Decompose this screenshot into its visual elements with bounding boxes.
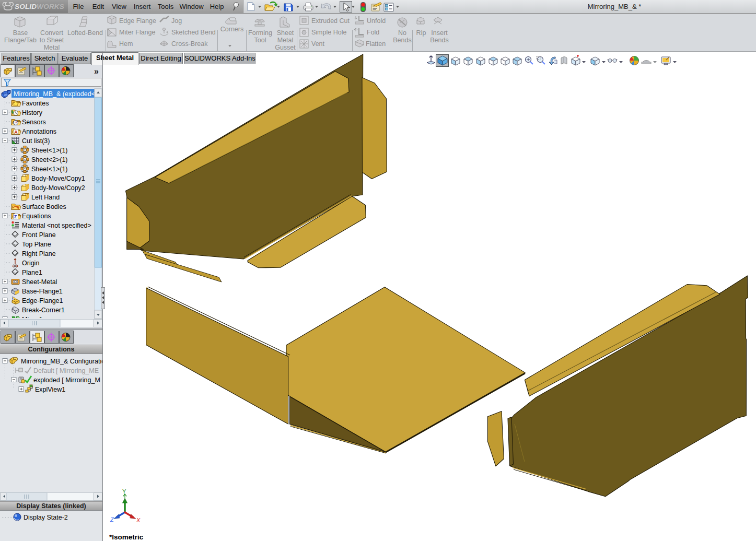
svg-text:Favorites: Favorites <box>22 100 49 107</box>
svg-text:Front Plane: Front Plane <box>22 231 56 239</box>
svg-text:Body-Move/Copy2: Body-Move/Copy2 <box>31 184 85 192</box>
svg-text:Configurations: Configurations <box>28 346 75 353</box>
svg-text:*Isometric: *Isometric <box>109 533 144 541</box>
svg-text:Origin: Origin <box>22 260 39 267</box>
svg-text:Mirroring_MB_& (exploded<D: Mirroring_MB_& (exploded<D <box>14 90 100 98</box>
svg-text:Z: Z <box>110 516 114 523</box>
svg-text:Equations: Equations <box>22 213 51 220</box>
svg-text:Plane1: Plane1 <box>22 269 42 276</box>
svg-text:Sheet<2>(1): Sheet<2>(1) <box>31 156 68 163</box>
svg-text:exploded [ Mirroring_M: exploded [ Mirroring_M <box>33 377 100 384</box>
svg-text:Default [ Mirroring_ME: Default [ Mirroring_ME <box>33 367 99 374</box>
svg-text:Y: Y <box>122 488 126 495</box>
svg-text:Sensors: Sensors <box>22 119 46 126</box>
svg-text:Sheet<1>(1): Sheet<1>(1) <box>31 166 68 173</box>
svg-text:Body-Move/Copy1: Body-Move/Copy1 <box>31 175 85 182</box>
svg-text:A: A <box>14 130 18 135</box>
svg-text:Display States (linked): Display States (linked) <box>16 502 86 510</box>
svg-text:Left Hand: Left Hand <box>31 194 60 201</box>
svg-text:ExplView1: ExplView1 <box>35 386 65 393</box>
svg-text:Cut list(3): Cut list(3) <box>22 137 50 145</box>
svg-text:History: History <box>22 109 43 116</box>
svg-text:Material <not specified>: Material <not specified> <box>22 222 91 229</box>
svg-text:Sheet<1>(1): Sheet<1>(1) <box>31 147 68 154</box>
svg-text:X: X <box>136 517 141 523</box>
svg-text:Annotations: Annotations <box>22 128 56 135</box>
svg-text:Top Plane: Top Plane <box>22 241 51 248</box>
svg-text:SOLIDWORKS: SOLIDWORKS <box>15 3 64 10</box>
svg-text:Right Plane: Right Plane <box>22 250 56 257</box>
svg-text:»: » <box>94 67 99 76</box>
svg-text:Base-Flange1: Base-Flange1 <box>22 288 63 295</box>
svg-text:Sheet-Metal: Sheet-Metal <box>22 278 57 286</box>
svg-text:Σ: Σ <box>14 214 17 219</box>
svg-text:Mirroring_MB_& Configuratio: Mirroring_MB_& Configuratio <box>21 358 103 365</box>
svg-text:Surface Bodies: Surface Bodies <box>22 203 66 210</box>
svg-text:Break-Corner1: Break-Corner1 <box>22 307 65 314</box>
svg-text:Edge-Flange1: Edge-Flange1 <box>22 297 63 304</box>
svg-text:Display State-2: Display State-2 <box>24 514 68 521</box>
